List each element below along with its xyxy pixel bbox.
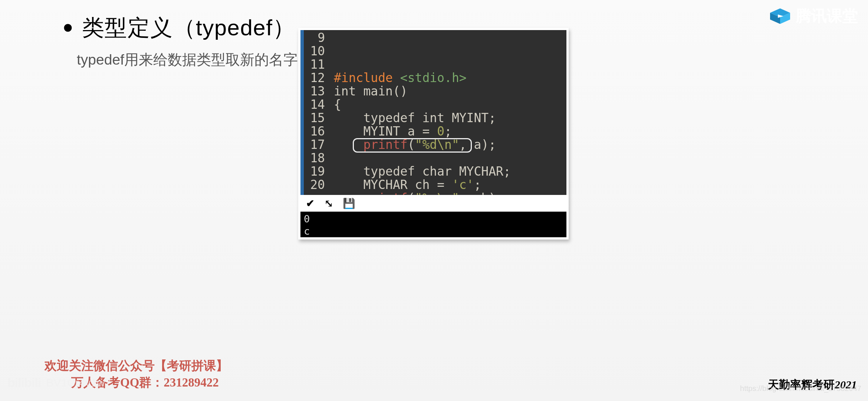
line-number: 15	[304, 111, 325, 125]
line-number: 13	[304, 85, 325, 98]
line-number: 9	[304, 31, 325, 45]
code-line: MYINT a = 0;	[334, 125, 563, 138]
code-body: #include <stdio.h>int main(){ typedef in…	[331, 30, 566, 195]
line-number: 12	[304, 71, 325, 85]
line-gutter: 91011121314151617181920	[304, 30, 331, 195]
save-icon[interactable]: 💾	[343, 197, 355, 209]
code-line: MYCHAR ch = 'c';	[334, 178, 563, 192]
brand-text: 腾讯课堂	[796, 6, 858, 27]
line-number: 11	[304, 58, 325, 71]
code-line: int main()	[334, 85, 563, 98]
expand-icon[interactable]: ⤡	[325, 197, 333, 209]
brand-icon	[769, 9, 791, 24]
code-area: 91011121314151617181920 #include <stdio.…	[300, 30, 566, 195]
bilibili-watermark: bilibili BV1Cr4y1w7	[7, 375, 111, 390]
line-number: 20	[304, 178, 325, 192]
bullet-icon	[64, 24, 72, 32]
code-line: #include <stdio.h>	[334, 71, 563, 85]
heading-text: 类型定义（typedef）	[82, 12, 296, 43]
line-number: 16	[304, 125, 325, 138]
code-line	[334, 151, 563, 165]
line-number: 14	[304, 98, 325, 111]
code-line: printf("%d\n", a);	[334, 138, 563, 151]
slide: 类型定义（typedef） typedef用来给数据类型取新的名字。 91011…	[0, 0, 868, 401]
chevron-down-icon[interactable]: ✔	[306, 197, 315, 209]
code-line: typedef int MYINT;	[334, 111, 563, 125]
line-number: 19	[304, 165, 325, 178]
slide-subtext: typedef用来给数据类型取新的名字。	[77, 50, 312, 70]
bilibili-logo-icon: bilibili	[7, 375, 41, 390]
footer-left-line1: 欢迎关注微信公众号【考研拼课】	[45, 358, 228, 374]
line-number: 17	[304, 138, 325, 151]
line-number: 10	[304, 45, 325, 58]
console-output: 0 c	[300, 212, 566, 237]
editor-toolbar: ✔ ⤡ 💾	[300, 195, 566, 212]
line-number: 18	[304, 151, 325, 165]
code-line: {	[334, 98, 563, 111]
brand-logo: 腾讯课堂	[769, 6, 858, 27]
csdn-watermark: https://blog.csdn.net/sinat_27382047	[740, 384, 861, 393]
code-line: typedef char MYCHAR;	[334, 165, 563, 178]
bilibili-bv: BV1Cr4y1w7	[46, 376, 111, 389]
slide-heading: 类型定义（typedef）	[64, 12, 296, 43]
code-window: 91011121314151617181920 #include <stdio.…	[298, 28, 569, 239]
code-line: printf("%c\n", ch);	[334, 192, 563, 195]
